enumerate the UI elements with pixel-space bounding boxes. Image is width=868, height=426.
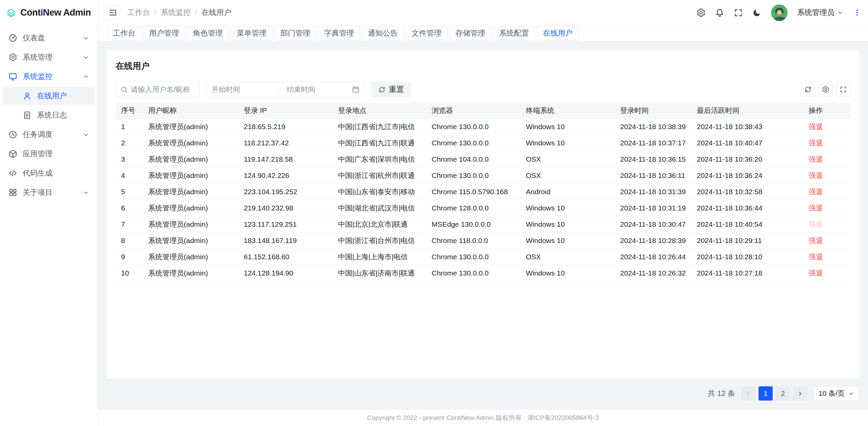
sidebar-item-dashboard[interactable]: 仪表盘	[3, 29, 95, 47]
clock-icon	[8, 130, 17, 139]
cell-location: 中国|江西省|九江市|联通	[333, 135, 426, 151]
cell-action: 强退	[803, 232, 850, 249]
cell-browser: Chrome 115.0.5790.168	[426, 184, 520, 200]
column-header: 登录时间	[615, 103, 691, 119]
cell-ip: 223.104.195.252	[238, 184, 333, 200]
footer: Copyright © 2022 - present ContiNew Admi…	[98, 409, 868, 426]
refresh-icon	[378, 86, 386, 93]
tab[interactable]: 系统配置	[493, 26, 535, 40]
user-avatar[interactable]	[771, 4, 788, 21]
cell-browser: Chrome 118.0.0.0	[426, 232, 520, 249]
force-logout-link[interactable]: 强退	[809, 220, 823, 228]
tab[interactable]: 存储管理	[449, 26, 491, 40]
cell-action: 强退	[803, 265, 850, 281]
column-settings-button[interactable]	[818, 82, 833, 97]
cell-login-time: 2024-11-18 10:31:39	[615, 184, 691, 200]
tab[interactable]: 字典管理	[318, 26, 360, 40]
sidebar-item-online-users[interactable]: 在线用户	[3, 87, 95, 105]
reset-button[interactable]: 重置	[371, 82, 411, 97]
user-menu[interactable]: 系统管理员	[797, 7, 844, 18]
sidebar-item-task-scheduler[interactable]: 任务调度	[3, 125, 95, 144]
cell-last-active: 2024-11-18 10:29:11	[691, 232, 803, 249]
notification-bell-icon[interactable]	[715, 8, 724, 17]
breadcrumb: 工作台 / 系统监控 / 在线用户	[127, 7, 231, 18]
force-logout-link[interactable]: 强退	[809, 188, 823, 196]
cell-login-time: 2024-11-18 10:36:11	[615, 167, 691, 184]
reset-button-label: 重置	[389, 84, 404, 95]
sidebar-item-label: 关于项目	[23, 187, 77, 198]
date-range-picker[interactable]: -	[206, 82, 364, 97]
next-page-button[interactable]	[793, 386, 807, 401]
tab[interactable]: 文件管理	[406, 26, 448, 40]
tab[interactable]: 菜单管理	[231, 26, 273, 40]
sidebar-item-app-management[interactable]: 应用管理	[3, 145, 95, 163]
cell-seq: 3	[116, 151, 143, 167]
cell-seq: 7	[116, 216, 143, 232]
monitor-icon	[8, 72, 17, 81]
app-logo[interactable]: ContiNew Admin	[0, 0, 98, 25]
force-logout-link[interactable]: 强退	[809, 237, 823, 244]
cell-nickname: 系统管理员(admin)	[143, 135, 238, 151]
force-logout-link[interactable]: 强退	[809, 155, 823, 163]
cell-ip: 61.152.168.60	[238, 249, 333, 265]
cell-location: 中国|江西省|九江市|电信	[333, 119, 426, 135]
sidebar-item-system-monitor[interactable]: 系统监控	[3, 67, 95, 86]
sidebar-item-label: 仪表盘	[23, 33, 77, 43]
sidebar-collapse-button[interactable]	[105, 5, 120, 20]
cell-nickname: 系统管理员(admin)	[143, 151, 238, 167]
breadcrumb-item[interactable]: 系统监控	[161, 7, 191, 18]
cell-os: OSX	[520, 151, 615, 167]
cell-location: 中国|广东省|深圳市|电信	[333, 151, 426, 167]
date-range-separator: -	[277, 85, 283, 94]
force-logout-link[interactable]: 强退	[809, 171, 823, 179]
chevron-down-icon	[83, 35, 89, 41]
sidebar-item-label: 任务调度	[23, 129, 77, 140]
cell-ip: 218.65.5.219	[238, 119, 333, 135]
settings-gear-icon[interactable]	[696, 8, 706, 17]
document-icon	[23, 111, 32, 120]
cell-location: 中国|山东省|济南市|联通	[333, 265, 426, 281]
cell-login-time: 2024-11-18 10:36:15	[615, 151, 691, 167]
page-number-button[interactable]: 1	[758, 386, 773, 401]
pagination: 共 12 条 1 2 10 条/页	[107, 386, 859, 401]
breadcrumb-item[interactable]: 工作台	[127, 7, 150, 18]
page-size-value: 10 条/页	[818, 389, 845, 398]
force-logout-link[interactable]: 强退	[809, 253, 823, 261]
calendar-icon	[352, 86, 359, 93]
cell-seq: 8	[116, 232, 143, 249]
sidebar-item-about-project[interactable]: 关于项目	[3, 183, 95, 202]
force-logout-link[interactable]: 强退	[809, 204, 823, 212]
tab[interactable]: 工作台	[107, 26, 141, 40]
sidebar-item-system-management[interactable]: 系统管理	[3, 48, 95, 66]
search-input[interactable]	[131, 85, 195, 94]
force-logout-link[interactable]: 强退	[809, 269, 823, 277]
tab[interactable]: 用户管理	[143, 26, 185, 40]
page-size-select[interactable]: 10 条/页	[813, 386, 859, 401]
cell-action: 强退	[803, 216, 850, 232]
page-number-button[interactable]: 2	[776, 386, 790, 401]
column-header: 操作	[803, 103, 850, 119]
sidebar-item-code-generator[interactable]: 代码生成	[3, 164, 95, 182]
chevron-left-icon	[745, 390, 751, 397]
table-fullscreen-button[interactable]	[836, 82, 850, 97]
prev-page-button[interactable]	[741, 386, 755, 401]
cell-browser: Chrome 130.0.0.0	[426, 249, 520, 265]
tab[interactable]: 通知公告	[362, 26, 404, 40]
more-options-icon[interactable]	[853, 8, 861, 17]
sidebar-item-system-logs[interactable]: 系统日志	[3, 106, 95, 124]
force-logout-link[interactable]: 强退	[809, 123, 823, 130]
tab[interactable]: 角色管理	[187, 26, 229, 40]
force-logout-link[interactable]: 强退	[809, 139, 823, 147]
refresh-table-button[interactable]	[801, 82, 815, 97]
start-date-input[interactable]	[212, 85, 273, 94]
tab[interactable]: 部门管理	[274, 26, 316, 40]
cell-browser: MSEdge 130.0.0.0	[426, 216, 520, 232]
tab[interactable]: 在线用户	[537, 26, 579, 40]
dark-mode-moon-icon[interactable]	[752, 8, 762, 17]
cell-os: Windows 10	[520, 119, 615, 135]
end-date-input[interactable]	[287, 85, 349, 94]
sidebar-item-label: 系统管理	[23, 52, 77, 62]
table-row: 6 系统管理员(admin) 219.140.232.98 中国|湖北省|武汉市…	[116, 200, 850, 216]
fullscreen-icon[interactable]	[734, 8, 743, 17]
cell-action: 强退	[803, 151, 850, 167]
